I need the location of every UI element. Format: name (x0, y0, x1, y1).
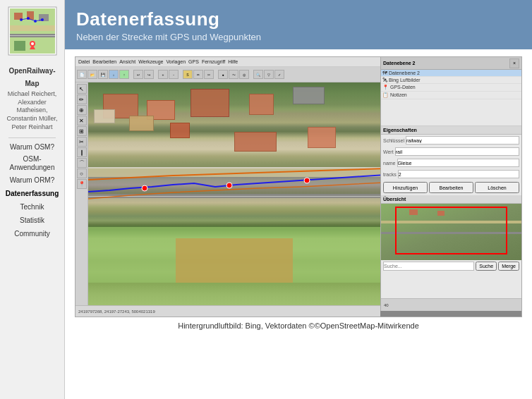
tool-delete[interactable]: ✕ (77, 116, 87, 125)
logo-svg (7, 6, 58, 56)
caption-copyright: © (309, 321, 315, 330)
toolbar-new[interactable]: 📄 (77, 70, 87, 79)
page-header: Datenerfassung Neben der Strecke mit GPS… (65, 0, 532, 49)
tool-split[interactable]: ✂ (77, 137, 87, 147)
toolbar-node[interactable]: ● (218, 70, 228, 79)
svg-point-20 (226, 183, 232, 188)
page-title: Datenerfassung (76, 8, 521, 30)
layer-item-2[interactable]: 🛰 Bing Luftbilder (381, 77, 521, 84)
sidebar-item-osm-anwendungen[interactable]: OSM-Anwendungen (3, 154, 61, 173)
josm-screenshot: Datei Bearbeiten Ansicht Werkzeuge Vorla… (75, 56, 522, 317)
panel-key2-row: name (381, 157, 521, 168)
tool-select[interactable]: ↖ (77, 84, 87, 94)
toolbar-draw[interactable]: ✏ (193, 70, 203, 79)
toolbar-redo[interactable]: ↪ (144, 70, 154, 79)
menu-hilfe[interactable]: Hilfe (228, 59, 238, 64)
tool-zoom[interactable]: ⊕ (77, 105, 87, 115)
panel-section-overview: Übersicht (381, 195, 521, 204)
panel-title: Datenebene 2 (383, 61, 508, 66)
tool-lasso[interactable]: ○ (77, 168, 87, 178)
toolbar-filter[interactable]: ▽ (264, 70, 274, 79)
toolbar-validator[interactable]: ✓ (274, 70, 284, 79)
toolbar-zoom-out[interactable]: - (169, 70, 179, 79)
toolbar-zoom-in[interactable]: + (158, 70, 168, 79)
caption-text: Hintergrundluftbild: Bing, Vektordaten (178, 321, 306, 330)
toolbar-select[interactable]: S (183, 70, 193, 79)
toolbar-relation[interactable]: ◎ (239, 70, 249, 79)
panel-mini-map[interactable] (381, 204, 521, 260)
toolbar-upload[interactable]: ↑ (119, 70, 129, 79)
statusbar-text: 2419797268, 24197-27243, 5004021319 (78, 309, 155, 314)
site-title: OpenRailway-Map (3, 63, 61, 89)
panel-value-input[interactable] (395, 147, 519, 156)
toolbar-save[interactable]: 💾 (98, 70, 108, 79)
toolbar-search[interactable]: 🔍 (253, 70, 263, 79)
sidebar-item-warum-orm[interactable]: Warum ORM? (3, 173, 61, 187)
page-subtitle: Neben der Strecke mit GPS und Wegpunkten (76, 32, 521, 42)
svg-point-19 (142, 185, 147, 191)
sidebar-authors: Michael Reichert, Alexander Matheisen, C… (3, 89, 61, 135)
sidebar-item-statistik[interactable]: Statistik (3, 214, 61, 227)
svg-rect-2 (10, 25, 55, 31)
menu-gps[interactable]: GPS (188, 59, 199, 64)
tool-parallel[interactable]: ∥ (77, 147, 87, 157)
sidebar-item-warum-osm[interactable]: Warum OSM? (3, 140, 61, 154)
panel-buttons: Hinzufügen Bearbeiten Löschen (381, 180, 521, 195)
sidebar-item-datenerfassung[interactable]: Datenerfassung (3, 187, 61, 200)
toolbar-delete[interactable]: ✂ (204, 70, 214, 79)
menu-datei[interactable]: Datei (78, 59, 90, 64)
toolbar-way[interactable]: 〜 (229, 70, 238, 79)
menu-ansicht[interactable]: Ansicht (119, 59, 135, 64)
layer-item-4[interactable]: 📋 Notizen (381, 92, 521, 99)
tool-connect[interactable]: ⌒ (77, 158, 87, 168)
panel-edit-button[interactable]: Bearbeiten (429, 182, 473, 193)
tool-waypoint[interactable]: 📍 (77, 179, 87, 189)
tool-draw[interactable]: ✏ (77, 94, 87, 104)
menu-bearbeiten[interactable]: Bearbeiten (92, 59, 116, 64)
panel-name-input[interactable] (397, 159, 519, 167)
logo (7, 6, 58, 59)
panel-close[interactable]: × (509, 59, 519, 68)
panel-search-row: Suche Merge (381, 260, 521, 272)
image-caption: Hintergrundluftbild: Bing, Vektordaten ©… (75, 317, 522, 330)
sidebar-item-technik[interactable]: Technik (3, 200, 61, 214)
josm-map[interactable] (88, 82, 380, 305)
panel-merge-button[interactable]: Merge (498, 262, 519, 271)
layer-item-3[interactable]: 📍 GPS-Daten (381, 84, 521, 92)
josm-leftbar: ↖ ✏ ⊕ ✕ ⊞ ✂ ∥ ⌒ ○ 📍 (75, 82, 88, 305)
josm-right-panel: Datenebene 2 × 🗺 Datenebene 2 🛰 Bing Luf… (380, 57, 521, 311)
josm-toolbar: 📄 📂 💾 ↓ ↑ ↩ ↪ + - S ✏ ✂ ● 〜 ◎ (75, 67, 380, 82)
main-content: Datenerfassung Neben der Strecke mit GPS… (65, 0, 532, 399)
toolbar-undo[interactable]: ↩ (133, 70, 143, 79)
panel-add-button[interactable]: Hinzufügen (383, 182, 428, 193)
menu-vorlagen[interactable]: Vorlagen (166, 59, 186, 64)
panel-key-row: Schlüssel (381, 135, 521, 146)
panel-search-button[interactable]: Suche (476, 262, 497, 271)
svg-point-21 (304, 178, 310, 183)
panel-key-input[interactable] (406, 136, 519, 145)
svg-point-18 (31, 42, 34, 45)
menu-fernzugriff[interactable]: Fernzugriff (202, 59, 225, 64)
panel-search-input[interactable] (383, 262, 474, 271)
toolbar-download[interactable]: ↓ (109, 70, 119, 79)
sidebar-navigation: OpenRailway-Map Michael Reichert, Alexan… (3, 63, 61, 240)
panel-tracks-row: tracks (381, 168, 521, 180)
josm-statusbar: 2419797268, 24197-27243, 5004021319 (75, 305, 380, 317)
sidebar: OpenRailway-Map Michael Reichert, Alexan… (0, 0, 65, 399)
panel-tracks-input[interactable] (398, 170, 519, 178)
panel-delete-button[interactable]: Löschen (475, 182, 519, 193)
svg-rect-8 (14, 41, 25, 51)
panel-statusbar: 40 (381, 298, 521, 311)
caption-osm: ©OpenStreetMap-Mitwirkende (315, 321, 419, 330)
toolbar-open[interactable]: 📂 (87, 70, 97, 79)
panel-value-row: Wert (381, 146, 521, 157)
sidebar-divider-1 (8, 137, 55, 138)
menu-werkzeuge[interactable]: Werkzeuge (138, 59, 163, 64)
tool-merge[interactable]: ⊞ (77, 126, 87, 136)
layer-item-1[interactable]: 🗺 Datenebene 2 (381, 70, 521, 77)
sidebar-item-community[interactable]: Community (3, 227, 61, 240)
panel-header: Datenebene 2 × (381, 57, 521, 70)
svg-rect-4 (10, 35, 55, 36)
page-content: Datei Bearbeiten Ansicht Werkzeuge Vorla… (65, 49, 532, 399)
panel-layer-list: 🗺 Datenebene 2 🛰 Bing Luftbilder 📍 GPS-D… (381, 70, 521, 126)
